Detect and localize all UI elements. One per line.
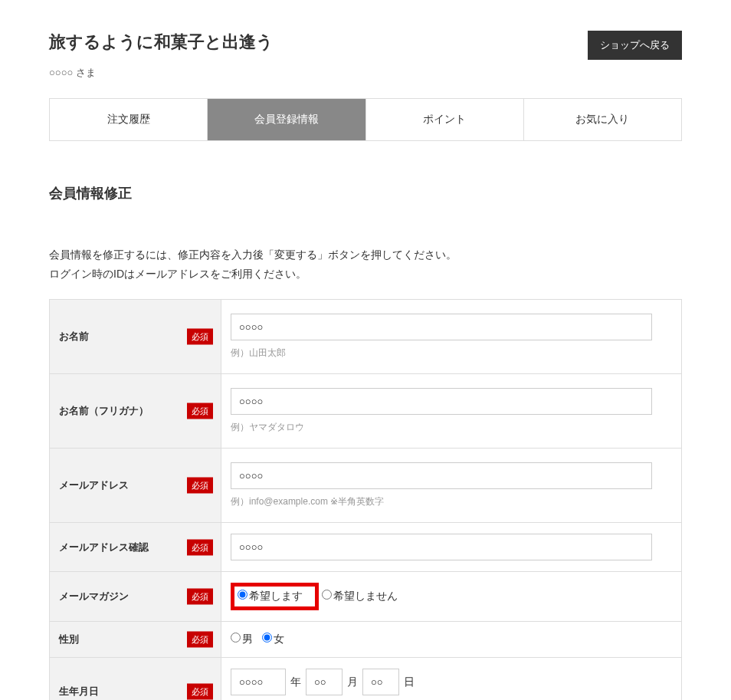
email-confirm-input[interactable] bbox=[231, 534, 652, 560]
label-birthdate: 生年月日 必須 bbox=[50, 658, 221, 700]
label-email-text: メールアドレス bbox=[59, 479, 129, 491]
email-input[interactable] bbox=[231, 462, 652, 489]
required-badge: 必須 bbox=[187, 632, 213, 648]
name-input[interactable] bbox=[231, 314, 652, 340]
mailmag-no-radio[interactable] bbox=[322, 590, 332, 600]
section-title: 会員情報修正 bbox=[49, 184, 682, 202]
gender-female-text: 女 bbox=[274, 633, 284, 645]
label-name-text: お名前 bbox=[59, 330, 89, 342]
gender-male-label[interactable]: 男 bbox=[231, 633, 253, 645]
email-hint: 例）info@example.com ※半角英数字 bbox=[231, 495, 672, 508]
tab-favorites[interactable]: お気に入り bbox=[523, 99, 681, 140]
tab-member-info[interactable]: 会員登録情報 bbox=[207, 99, 365, 140]
name-kana-input[interactable] bbox=[231, 388, 652, 415]
required-badge: 必須 bbox=[187, 329, 213, 345]
label-email: メールアドレス 必須 bbox=[50, 449, 221, 523]
label-mailmag-text: メールマガジン bbox=[59, 590, 129, 602]
page-title: 旅するように和菓子と出逢う bbox=[49, 31, 274, 54]
label-name-kana-text: お名前（フリガナ） bbox=[59, 405, 149, 416]
month-unit: 月 bbox=[347, 675, 358, 689]
instructions: 会員情報を修正するには、修正内容を入力後「変更する」ボタンを押してください。 ロ… bbox=[49, 245, 682, 284]
required-badge: 必須 bbox=[187, 478, 213, 494]
birth-year-input[interactable] bbox=[231, 669, 286, 695]
instruction-line-2: ログイン時のIDはメールアドレスをご利用ください。 bbox=[49, 265, 682, 284]
tab-bar: 注文履歴 会員登録情報 ポイント お気に入り bbox=[49, 98, 682, 141]
label-gender: 性別 必須 bbox=[50, 622, 221, 658]
gender-female-label[interactable]: 女 bbox=[262, 633, 284, 645]
mailmag-no-label[interactable]: 希望しません bbox=[322, 590, 398, 602]
tab-points[interactable]: ポイント bbox=[366, 99, 523, 140]
required-badge: 必須 bbox=[187, 539, 213, 555]
mailmag-highlight: 希望します bbox=[231, 583, 319, 610]
label-gender-text: 性別 bbox=[59, 633, 79, 645]
name-hint: 例）山田太郎 bbox=[231, 347, 672, 360]
gender-male-text: 男 bbox=[242, 633, 253, 645]
name-kana-hint: 例）ヤマダタロウ bbox=[231, 421, 672, 434]
label-email-confirm: メールアドレス確認 必須 bbox=[50, 523, 221, 572]
birth-day-input[interactable] bbox=[362, 669, 399, 695]
required-badge: 必須 bbox=[187, 403, 213, 419]
birth-month-input[interactable] bbox=[306, 669, 343, 695]
label-birthdate-text: 生年月日 bbox=[59, 685, 99, 697]
day-unit: 日 bbox=[404, 675, 415, 689]
back-to-shop-button[interactable]: ショップへ戻る bbox=[588, 31, 682, 60]
required-badge: 必須 bbox=[187, 684, 213, 700]
gender-male-radio[interactable] bbox=[231, 633, 241, 642]
year-unit: 年 bbox=[290, 675, 301, 689]
mailmag-yes-text: 希望します bbox=[249, 590, 303, 602]
label-email-confirm-text: メールアドレス確認 bbox=[59, 541, 149, 553]
gender-female-radio[interactable] bbox=[262, 633, 272, 642]
mailmag-yes-label[interactable]: 希望します bbox=[238, 590, 303, 603]
username-label: ○○○○ さま bbox=[49, 66, 682, 80]
label-name: お名前 必須 bbox=[50, 300, 221, 374]
mailmag-yes-radio[interactable] bbox=[238, 590, 247, 600]
tab-order-history[interactable]: 注文履歴 bbox=[49, 99, 207, 140]
mailmag-no-text: 希望しません bbox=[333, 590, 398, 602]
member-form-table: お名前 必須 例）山田太郎 お名前（フリガナ） 必須 例）ヤマダタロウ メールア… bbox=[49, 299, 682, 700]
required-badge: 必須 bbox=[187, 589, 213, 605]
label-mailmag: メールマガジン 必須 bbox=[50, 572, 221, 622]
label-name-kana: お名前（フリガナ） 必須 bbox=[50, 374, 221, 449]
instruction-line-1: 会員情報を修正するには、修正内容を入力後「変更する」ボタンを押してください。 bbox=[49, 245, 682, 265]
